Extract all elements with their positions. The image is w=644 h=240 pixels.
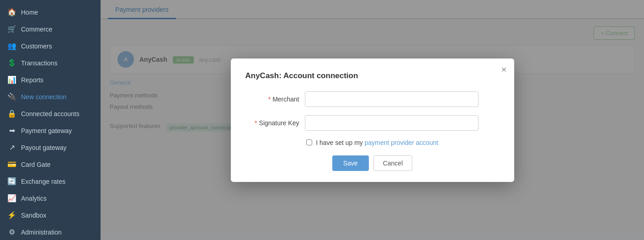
sidebar-label-commerce: Commerce [21, 26, 52, 33]
sidebar-item-card-gate[interactable]: 💳Card Gate [0, 156, 101, 173]
sidebar-item-administration[interactable]: ⚙Administration [0, 224, 101, 240]
modal-overlay: AnyCash: Account connection × *Merchant … [101, 0, 644, 240]
modal-title: AnyCash: Account connection [245, 71, 500, 80]
administration-icon: ⚙ [7, 228, 16, 236]
signature-key-input[interactable] [305, 115, 479, 131]
sidebar-item-transactions[interactable]: 💲Transactions [0, 54, 101, 71]
commerce-icon: 🛒 [7, 25, 16, 33]
sidebar-label-reports: Reports [21, 76, 43, 84]
new-connection-icon: 🔌 [7, 92, 16, 101]
signature-key-label: *Signature Key [245, 119, 305, 127]
sidebar-item-reports[interactable]: 📊Reports [0, 71, 101, 88]
sidebar-item-home[interactable]: 🏠Home [0, 4, 101, 21]
transactions-icon: 💲 [7, 59, 16, 67]
merchant-input[interactable] [305, 91, 479, 107]
card-gate-icon: 💳 [7, 160, 16, 169]
modal-actions: Save Cancel [245, 155, 500, 171]
sidebar-label-home: Home [21, 9, 38, 16]
sidebar-item-commerce[interactable]: 🛒Commerce [0, 21, 101, 37]
sidebar-item-customers[interactable]: 👥Customers [0, 37, 101, 54]
save-button[interactable]: Save [332, 155, 369, 171]
reports-icon: 📊 [7, 75, 16, 84]
signature-key-field-row: *Signature Key [245, 115, 500, 131]
sidebar-label-transactions: Transactions [21, 59, 58, 67]
provider-account-link[interactable]: payment provider account [365, 139, 438, 146]
sidebar: 🏠Home🛒Commerce👥Customers💲Transactions📊Re… [0, 0, 101, 240]
merchant-required-star: * [268, 96, 271, 103]
sidebar-item-exchange-rates[interactable]: 🔄Exchange rates [0, 173, 101, 190]
sidebar-item-analytics[interactable]: 📈Analytics [0, 190, 101, 207]
sidebar-label-payment-gateway: Payment gateway [21, 127, 72, 134]
payment-gateway-icon: ➡ [7, 126, 16, 135]
checkbox-row: I have set up my payment provider accoun… [245, 139, 500, 146]
sidebar-label-customers: Customers [21, 43, 52, 50]
checkbox-label: I have set up my payment provider accoun… [316, 139, 438, 146]
sidebar-item-new-connection[interactable]: 🔌New connection [0, 88, 101, 105]
sidebar-label-exchange-rates: Exchange rates [21, 178, 65, 185]
customers-icon: 👥 [7, 42, 16, 50]
analytics-icon: 📈 [7, 194, 16, 203]
sidebar-label-payout-gateway: Payout gateway [21, 144, 67, 151]
merchant-field-row: *Merchant [245, 91, 500, 107]
sidebar-item-payout-gateway[interactable]: ↗Payout gateway [0, 139, 101, 156]
provider-account-checkbox[interactable] [306, 139, 312, 145]
modal: AnyCash: Account connection × *Merchant … [231, 59, 514, 182]
modal-close-button[interactable]: × [501, 65, 507, 74]
sidebar-label-sandbox: Sandbox [21, 212, 46, 219]
sidebar-item-sandbox[interactable]: ⚡Sandbox [0, 207, 101, 224]
sidebar-label-administration: Administration [21, 229, 62, 236]
sidebar-label-new-connection: New connection [21, 93, 67, 101]
exchange-rates-icon: 🔄 [7, 177, 16, 186]
cancel-button[interactable]: Cancel [373, 155, 413, 171]
sandbox-icon: ⚡ [7, 211, 16, 219]
main-content: Payment providers + Connect A AnyCash Ac… [101, 0, 644, 240]
home-icon: 🏠 [7, 8, 16, 16]
signature-key-required-star: * [255, 119, 257, 127]
sidebar-item-payment-gateway[interactable]: ➡Payment gateway [0, 122, 101, 139]
merchant-label: *Merchant [245, 96, 305, 103]
sidebar-label-card-gate: Card Gate [21, 161, 51, 168]
connected-accounts-icon: 🔒 [7, 109, 16, 118]
payout-gateway-icon: ↗ [7, 143, 16, 152]
sidebar-label-analytics: Analytics [21, 195, 47, 202]
sidebar-label-connected-accounts: Connected accounts [21, 110, 80, 117]
sidebar-item-connected-accounts[interactable]: 🔒Connected accounts [0, 105, 101, 122]
